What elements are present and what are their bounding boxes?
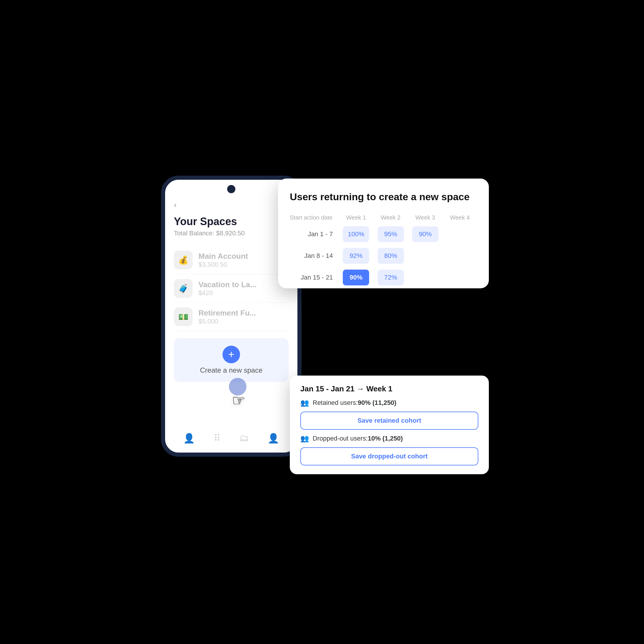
nav-icon-2[interactable]: ⠿ xyxy=(214,433,220,444)
space-list: 💰 Main Account $3,500.50 🧳 Vacation to L… xyxy=(174,246,289,331)
retained-users-icon: 👥 xyxy=(300,399,309,407)
phone-notch xyxy=(227,185,235,193)
col-week4: Week 4 xyxy=(443,212,477,223)
list-item[interactable]: 💰 Main Account $3,500.50 xyxy=(174,246,289,274)
retained-row: 👥 Retained users: 90% (11,250) xyxy=(300,399,478,407)
create-label: Create a new space xyxy=(200,366,262,374)
dropped-row: 👥 Dropped-out users: 10% (1,250) xyxy=(300,434,478,443)
space-amount: $3,500.50 xyxy=(198,261,248,268)
create-new-space-button[interactable]: + Create a new space xyxy=(174,338,289,382)
page-title: Your Spaces xyxy=(174,215,289,228)
week3-cell xyxy=(408,245,443,267)
col-week2: Week 2 xyxy=(373,212,408,223)
retained-value: 90% (11,250) xyxy=(358,399,396,407)
col-week3: Week 3 xyxy=(408,212,443,223)
nav-icon-4[interactable]: 👤 xyxy=(268,433,279,444)
main-account-icon: 💰 xyxy=(174,251,193,269)
table-row: Jan 8 - 14 92% 80% xyxy=(290,245,477,267)
list-item[interactable]: 💵 Retirement Fu... $5,000 xyxy=(174,303,289,331)
week4-cell xyxy=(443,223,477,245)
col-week1: Week 1 xyxy=(339,212,373,223)
cohort-table: Start action date Week 1 Week 2 Week 3 W… xyxy=(290,212,477,288)
back-button[interactable]: ‹ xyxy=(174,200,289,210)
plus-icon: + xyxy=(222,346,240,363)
dropped-value: 10% (1,250) xyxy=(368,435,403,442)
space-name: Retirement Fu... xyxy=(198,309,256,318)
vacation-icon: 🧳 xyxy=(174,279,193,298)
date-cell: Jan 15 - 21 xyxy=(290,267,339,288)
week3-cell xyxy=(408,267,443,288)
week2-cell[interactable]: 80% xyxy=(373,245,408,267)
week2-cell[interactable]: 72% xyxy=(373,267,408,288)
week4-cell xyxy=(443,245,477,267)
save-retained-cohort-button[interactable]: Save retained cohort xyxy=(300,412,478,430)
nav-icon-3[interactable]: 🗂 xyxy=(239,433,249,444)
dropped-users-icon: 👥 xyxy=(300,434,309,443)
total-balance: Total Balance: $8,920.50 xyxy=(174,229,289,237)
retirement-icon: 💵 xyxy=(174,307,193,326)
space-name: Vacation to La... xyxy=(198,280,256,289)
bottom-nav: 👤 ⠿ 🗂 👤 xyxy=(165,430,297,447)
nav-icon-1[interactable]: 👤 xyxy=(183,433,195,444)
tooltip-date: Jan 15 - Jan 21 → Week 1 xyxy=(300,384,478,393)
date-cell: Jan 1 - 7 xyxy=(290,223,339,245)
table-row: Jan 15 - 21 90% 72% xyxy=(290,267,477,288)
week1-cell[interactable]: 100% xyxy=(339,223,373,245)
week1-cell-active[interactable]: 90% xyxy=(339,267,373,288)
retained-label: Retained users: xyxy=(313,399,358,407)
space-amount: $420 xyxy=(198,289,256,297)
dropped-label: Dropped-out users: xyxy=(313,435,368,442)
space-name: Main Account xyxy=(198,252,248,261)
tooltip-popup: Jan 15 - Jan 21 → Week 1 👥 Retained user… xyxy=(290,376,489,474)
cursor-hand-icon: ☞ xyxy=(232,392,246,409)
list-item[interactable]: 🧳 Vacation to La... $420 xyxy=(174,274,289,303)
week3-cell[interactable]: 90% xyxy=(408,223,443,245)
save-dropped-cohort-button[interactable]: Save dropped-out cohort xyxy=(300,447,478,465)
table-row: Jan 1 - 7 100% 95% 90% xyxy=(290,223,477,245)
space-amount: $5,000 xyxy=(198,318,256,325)
week2-cell[interactable]: 95% xyxy=(373,223,408,245)
week4-cell xyxy=(443,267,477,288)
col-start-action-date: Start action date xyxy=(290,212,339,223)
date-cell: Jan 8 - 14 xyxy=(290,245,339,267)
week1-cell[interactable]: 92% xyxy=(339,245,373,267)
cohort-title: Users returning to create a new space xyxy=(290,190,477,203)
cohort-card: Users returning to create a new space St… xyxy=(278,179,489,288)
